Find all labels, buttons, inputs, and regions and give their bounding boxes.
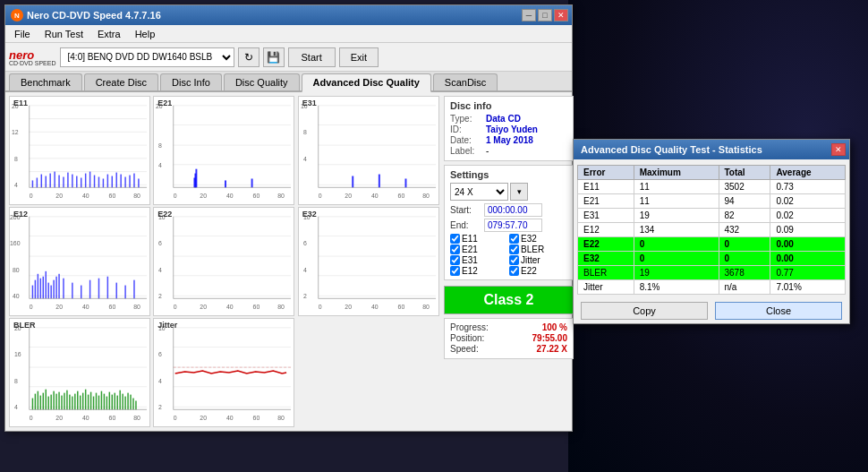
svg-rect-105 (58, 274, 59, 299)
svg-rect-168 (45, 390, 46, 410)
svg-rect-197 (122, 394, 123, 410)
speed-options-button[interactable]: ▾ (510, 183, 528, 201)
svg-rect-181 (80, 396, 81, 410)
tab-create-disc[interactable]: Create Disc (84, 73, 158, 90)
date-row: Date: 1 May 2018 (450, 135, 567, 145)
right-panel: Disc info Type: Data CD ID: Taiyo Yuden … (444, 96, 574, 427)
svg-text:80: 80 (133, 304, 140, 310)
svg-rect-113 (124, 286, 125, 299)
chart-e32-label: E32 (302, 210, 317, 219)
svg-rect-195 (116, 396, 117, 410)
chart-bler-label: BLER (13, 321, 36, 330)
copy-button[interactable]: Copy (581, 302, 708, 320)
svg-text:20: 20 (55, 304, 63, 310)
svg-rect-24 (67, 173, 68, 188)
svg-rect-177 (69, 395, 70, 410)
tab-benchmark[interactable]: Benchmark (9, 73, 82, 90)
svg-rect-36 (120, 175, 121, 188)
svg-text:4: 4 (14, 182, 18, 188)
svg-rect-76 (352, 176, 353, 188)
title-bar: N Nero CD-DVD Speed 4.7.7.16 ─ □ ✕ (5, 5, 572, 25)
svg-text:80: 80 (133, 193, 140, 199)
speed-row: 24 X ▾ (450, 183, 567, 201)
svg-rect-97 (38, 274, 38, 299)
refresh-button[interactable]: ↻ (238, 47, 260, 67)
progress-row: Progress: 100 % (450, 322, 567, 332)
progress-value: 100 % (542, 322, 567, 332)
svg-rect-187 (96, 393, 97, 410)
cb-e32[interactable]: E32 (509, 234, 567, 244)
svg-rect-185 (90, 392, 91, 410)
end-label: End: (450, 220, 481, 230)
table-row: E31 19 82 0.02 (578, 209, 846, 223)
col-total: Total (719, 166, 770, 180)
svg-rect-21 (54, 172, 55, 188)
label-row: Label: - (450, 146, 567, 156)
stats-close-x-button[interactable]: ✕ (831, 143, 846, 156)
cb-e31[interactable]: E31 (450, 255, 508, 265)
cb-e21[interactable]: E21 (450, 245, 508, 254)
svg-text:20: 20 (200, 304, 208, 310)
drive-selector[interactable]: [4:0] BENQ DVD DD DW1640 BSLB (60, 47, 234, 67)
svg-rect-192 (109, 392, 110, 410)
svg-rect-35 (115, 173, 116, 188)
chart-jitter-label: Jitter (157, 321, 177, 330)
cb-jitter[interactable]: Jitter (509, 255, 567, 265)
svg-rect-174 (61, 396, 62, 410)
svg-text:0: 0 (318, 304, 321, 310)
svg-rect-37 (124, 177, 125, 188)
id-label: ID: (450, 124, 486, 134)
exit-button[interactable]: Exit (339, 47, 379, 67)
svg-rect-20 (49, 174, 50, 188)
menu-help[interactable]: Help (128, 27, 163, 41)
svg-rect-198 (124, 397, 125, 410)
menu-extra[interactable]: Extra (90, 27, 128, 41)
svg-rect-103 (53, 280, 54, 299)
svg-text:80: 80 (422, 193, 430, 199)
disc-info-section: Disc info Type: Data CD ID: Taiyo Yuden … (444, 96, 574, 161)
svg-rect-191 (106, 397, 107, 410)
svg-text:2: 2 (158, 404, 162, 410)
svg-rect-38 (129, 176, 130, 188)
end-value: 079:57.70 (484, 219, 542, 232)
tab-advanced-disc-quality[interactable]: Advanced Disc Quality (302, 73, 431, 92)
menu-file[interactable]: File (7, 27, 38, 41)
cb-e11[interactable]: E11 (450, 234, 508, 244)
tab-disc-info[interactable]: Disc Info (160, 73, 222, 90)
svg-text:4: 4 (158, 378, 162, 384)
svg-rect-30 (94, 176, 95, 188)
close-button[interactable]: ✕ (554, 9, 568, 21)
close-button[interactable]: Close (715, 302, 842, 320)
stats-table-wrap: Error Maximum Total Average E11 11 3502 … (574, 159, 849, 298)
maximize-button[interactable]: □ (538, 9, 552, 21)
date-value: 1 May 2018 (486, 135, 533, 145)
svg-text:80: 80 (13, 267, 20, 273)
speed-selector[interactable]: 24 X (450, 183, 508, 201)
svg-rect-172 (55, 394, 56, 410)
start-time-row: Start: 000:00.00 (450, 203, 567, 217)
svg-rect-193 (112, 395, 113, 410)
save-button[interactable]: 💾 (263, 47, 285, 67)
settings-title: Settings (450, 169, 567, 180)
svg-rect-23 (63, 177, 64, 188)
cb-bler[interactable]: BLER (509, 245, 567, 254)
svg-text:4: 4 (303, 156, 307, 162)
start-button[interactable]: Start (288, 47, 336, 67)
svg-text:60: 60 (109, 415, 116, 421)
svg-text:6: 6 (158, 351, 162, 357)
type-row: Type: Data CD (450, 114, 567, 124)
cb-e12[interactable]: E12 (450, 266, 508, 276)
svg-text:40: 40 (226, 415, 234, 421)
minimize-button[interactable]: ─ (522, 9, 536, 21)
tab-disc-quality[interactable]: Disc Quality (224, 73, 300, 90)
svg-rect-179 (74, 394, 75, 410)
svg-text:80: 80 (278, 304, 285, 310)
svg-rect-183 (85, 390, 86, 410)
tab-scan-disc[interactable]: ScanDisc (433, 73, 498, 90)
cb-e22[interactable]: E22 (509, 266, 567, 276)
chart-e12-label: E12 (13, 210, 28, 219)
menu-run-test[interactable]: Run Test (38, 27, 90, 41)
svg-rect-40 (138, 178, 139, 187)
svg-rect-104 (55, 277, 56, 299)
svg-rect-180 (77, 391, 78, 410)
